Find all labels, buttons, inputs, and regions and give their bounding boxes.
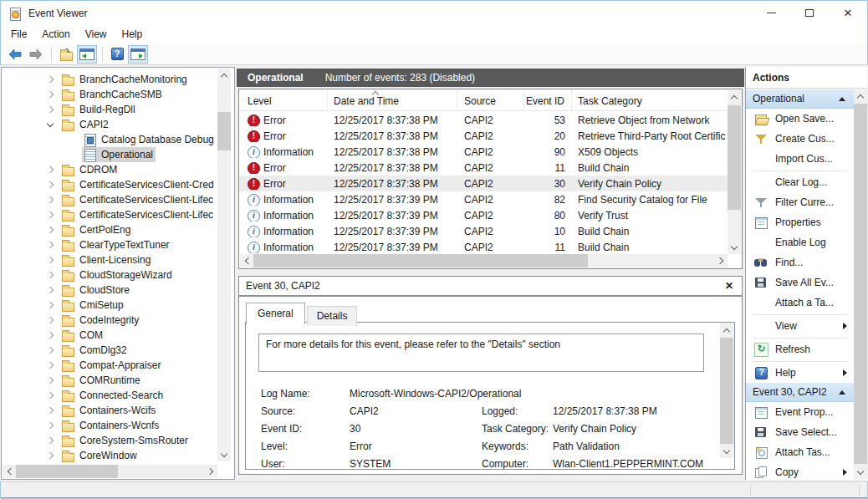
expand-chevron-icon[interactable] (47, 106, 54, 113)
action-save-all-ev[interactable]: Save All Ev... (746, 272, 854, 293)
expand-chevron-icon[interactable] (47, 407, 54, 414)
scrollbar-thumb[interactable] (217, 112, 231, 150)
event-row[interactable]: Error12/25/2017 8:37:38 PMCAPI220Retriev… (239, 128, 728, 144)
action-help[interactable]: Help (746, 363, 854, 383)
scroll-down-button[interactable] (217, 448, 231, 461)
action-attach-tas[interactable]: Attach Tas... (746, 442, 854, 462)
tree-item-compat-appraiser[interactable]: Compat-Appraiser (3, 358, 216, 373)
action-properties[interactable]: Properties (746, 212, 854, 232)
tab-details[interactable]: Details (307, 306, 358, 326)
tab-general[interactable]: General (246, 303, 305, 324)
scroll-up-button[interactable] (217, 69, 231, 82)
column-header-task-category[interactable]: Task Category (572, 89, 728, 110)
event-row[interactable]: Information12/25/2017 8:37:39 PMCAPI211B… (239, 239, 728, 255)
scroll-down-button[interactable] (854, 466, 867, 479)
scrollbar-thumb[interactable] (728, 105, 741, 210)
action-find[interactable]: Find... (746, 252, 854, 272)
expand-chevron-icon[interactable] (47, 422, 54, 429)
action-import-cus[interactable]: Import Cus... (746, 149, 854, 169)
tree-item-containers-wcifs[interactable]: Containers-Wcifs (3, 403, 216, 418)
scroll-down-button[interactable] (728, 241, 741, 254)
detail-close-button close-icon[interactable] (725, 280, 733, 292)
show-action-pane-button[interactable] (128, 45, 148, 64)
event-row[interactable]: Information12/25/2017 8:37:39 PMCAPI210B… (239, 223, 728, 239)
action-save-select[interactable]: Save Select... (746, 422, 854, 442)
expand-chevron-icon[interactable] (47, 76, 54, 83)
tree-item-corewindow[interactable]: CoreWindow (3, 448, 216, 463)
event-row[interactable]: Error12/25/2017 8:37:38 PMCAPI230Verify … (239, 176, 728, 191)
scroll-up-button[interactable] (720, 323, 733, 337)
expand-chevron-icon[interactable] (47, 392, 54, 399)
close-button[interactable]: ✕ (829, 1, 867, 25)
menu-action[interactable]: Action (34, 26, 77, 43)
events-vertical-scrollbar[interactable] (728, 90, 741, 254)
tree-item-cmisetup[interactable]: CmiSetup (3, 298, 216, 313)
tree-item-coresystem-smsrouter[interactable]: CoreSystem-SmsRouter (3, 433, 216, 448)
action-create-cus[interactable]: Create Cus... (746, 129, 854, 149)
actions-section-header-operational[interactable]: Operational (746, 89, 854, 109)
forward-button[interactable] (26, 45, 46, 64)
tree-item-certificateservicesclient-lifec[interactable]: CertificateServicesClient-Lifec (3, 192, 216, 207)
tree-item-branchcachemonitoring[interactable]: BranchCacheMonitoring (3, 72, 216, 87)
help-button[interactable]: ? (107, 45, 127, 64)
event-row[interactable]: Information12/25/2017 8:37:39 PMCAPI280V… (239, 207, 728, 223)
tree-item-certpoleng[interactable]: CertPolEng (3, 222, 216, 237)
action-clear-log[interactable]: Clear Log... (746, 172, 854, 192)
action-attach-a-ta[interactable]: Attach a Ta... (746, 293, 854, 313)
tree-item-cloudstoragewizard[interactable]: CloudStorageWizard (3, 267, 216, 283)
export-list-button[interactable] (56, 45, 76, 64)
menu-view[interactable]: View (78, 26, 115, 43)
action-event-prop[interactable]: Event Prop... (746, 402, 854, 422)
expand-chevron-icon[interactable] (47, 272, 54, 278)
expand-chevron-icon[interactable] (47, 452, 54, 459)
column-header-level[interactable]: Level (239, 89, 328, 110)
detail-vertical-scrollbar[interactable] (720, 323, 733, 458)
tree-item-cloudstore[interactable]: CloudStore (3, 283, 216, 298)
minimize-button[interactable] (752, 1, 790, 25)
tree-item-branchcachesmb[interactable]: BranchCacheSMB (3, 87, 216, 102)
actions-vertical-scrollbar[interactable] (854, 89, 867, 479)
scrollbar-thumb[interactable] (720, 338, 733, 444)
expand-chevron-icon[interactable] (47, 211, 54, 218)
tree-item-containers-wcnfs[interactable]: Containers-Wcnfs (3, 418, 216, 433)
action-enable-log[interactable]: Enable Log (746, 232, 854, 252)
tree-horizontal-scrollbar[interactable] (3, 465, 217, 478)
action-open-save[interactable]: Open Save... (746, 109, 854, 129)
scrollbar-thumb[interactable] (16, 465, 118, 478)
actions-section-header-event-30-capi2[interactable]: Event 30, CAPI2 (746, 383, 854, 402)
tree-item-build-regdll[interactable]: Build-RegDll (3, 102, 216, 117)
tree-item-capi2[interactable]: CAPI2 (3, 117, 216, 132)
tree-item-com[interactable]: COM (3, 328, 216, 343)
action-filter-curre[interactable]: Filter Curre... (746, 192, 854, 212)
tree-item-comdlg32[interactable]: ComDlg32 (3, 343, 216, 358)
maximize-button[interactable] (790, 1, 829, 25)
action-refresh[interactable]: Refresh (746, 339, 854, 359)
event-row[interactable]: Information12/25/2017 8:37:39 PMCAPI282F… (239, 191, 728, 207)
expand-chevron-icon[interactable] (47, 317, 54, 323)
scroll-up-button[interactable] (728, 90, 741, 104)
tree-item-cleartypetexttuner[interactable]: ClearTypeTextTuner (3, 237, 216, 252)
column-header-event-id[interactable]: Event ID (524, 89, 572, 110)
event-row[interactable]: Error12/25/2017 8:37:38 PMCAPI211Build C… (239, 160, 728, 176)
tree-item-codeintegrity[interactable]: CodeIntegrity (3, 313, 216, 328)
events-horizontal-scrollbar[interactable] (240, 254, 728, 267)
expand-chevron-icon[interactable] (47, 302, 54, 308)
tree-item-client-licensing[interactable]: Client-Licensing (3, 252, 216, 267)
expand-chevron-icon[interactable] (47, 332, 54, 339)
column-header-source[interactable]: Source (457, 89, 524, 110)
expand-chevron-icon[interactable] (47, 166, 54, 173)
scroll-right-button[interactable] (204, 465, 217, 478)
scroll-right-button[interactable] (714, 254, 728, 267)
expand-chevron-icon[interactable] (47, 377, 54, 384)
tree-item-cdrom[interactable]: CDROM (3, 162, 216, 177)
tree-item-comruntime[interactable]: COMRuntime (3, 373, 216, 388)
scroll-left-button[interactable] (240, 254, 253, 267)
expand-chevron-icon[interactable] (47, 181, 54, 188)
menu-file[interactable]: File (3, 26, 34, 43)
tree-item-connected-search[interactable]: Connected-Search (3, 388, 216, 403)
expand-chevron-icon[interactable] (47, 91, 54, 98)
tree-item-certificateservicesclient-cred[interactable]: CertificateServicesClient-Cred (3, 177, 216, 192)
back-button[interactable] (5, 45, 25, 64)
event-row[interactable]: Information12/25/2017 8:37:38 PMCAPI290X… (239, 144, 728, 160)
tree-item-certificateservicesclient-lifec[interactable]: CertificateServicesClient-Lifec (3, 207, 216, 222)
